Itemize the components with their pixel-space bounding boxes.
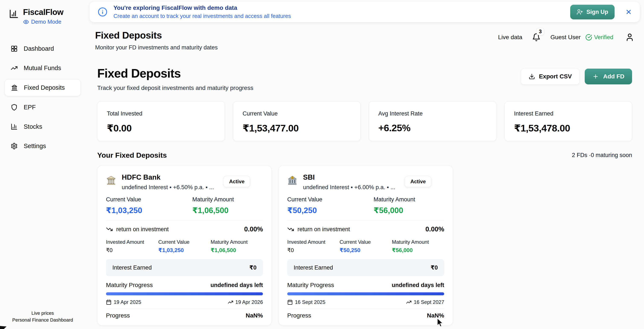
maturity-amount-small: ₹1,06,500 <box>211 247 263 254</box>
progress-label: Progress <box>287 312 311 319</box>
sidebar-item-mutual-funds[interactable]: Mutual Funds <box>5 60 80 76</box>
progress-label: Progress <box>106 312 130 319</box>
demo-data-banner: You're exploring FiscalFlow with demo da… <box>90 2 640 22</box>
sidebar-item-label: Stocks <box>24 123 42 130</box>
bar-chart-icon <box>11 123 18 130</box>
user-plus-icon <box>576 9 583 15</box>
stat-card-interest-earned: Interest Earned ₹1,53,478.00 <box>504 101 632 141</box>
section-title: Fixed Deposits <box>97 66 253 80</box>
stat-value: +6.25% <box>378 122 487 134</box>
interest-earned-value: ₹0 <box>430 264 438 271</box>
sign-up-button[interactable]: Sign Up <box>570 5 614 19</box>
banner-subtitle: Create an account to track your real inv… <box>114 13 291 19</box>
maturity-amount: ₹1,06,500 <box>192 206 263 215</box>
svg-text:$: $ <box>292 177 293 179</box>
sidebar-item-label: Dashboard <box>24 45 54 52</box>
interest-earned-box: Interest Earned ₹0 <box>106 259 263 276</box>
deposits-header: Your Fixed Deposits 2 FDs ·0 maturing so… <box>90 151 640 159</box>
fd-cards-row: HDFC Bank undefined Interest • +6.50% p.… <box>90 165 640 326</box>
current-value-label: Current Value <box>106 196 192 203</box>
eye-icon <box>23 19 29 25</box>
maturity-amount-label: Maturity Amount <box>211 239 263 245</box>
stat-value: ₹1,53,477.00 <box>243 122 351 134</box>
sidebar-item-dashboard[interactable]: Dashboard <box>5 40 80 57</box>
sidebar-item-stocks[interactable]: Stocks <box>5 118 80 135</box>
stats-row: Total Invested ₹0.00 Current Value ₹1,53… <box>90 101 640 141</box>
stat-label: Avg Interest Rate <box>378 110 487 117</box>
stat-value: ₹1,53,478.00 <box>514 122 623 134</box>
stat-card-total-invested: Total Invested ₹0.00 <box>97 101 225 141</box>
roi-label: return on investment <box>298 226 350 233</box>
info-icon <box>98 7 108 17</box>
stat-card-current-value: Current Value ₹1,53,477.00 <box>233 101 361 141</box>
stat-card-avg-interest: Avg Interest Rate +6.25% <box>369 101 496 141</box>
notification-count-badge: 3 <box>536 28 544 35</box>
start-date: 16 Sept 2025 <box>295 299 326 305</box>
section-subtitle: Track your fixed deposit investments and… <box>97 85 253 91</box>
status-badge: Active <box>223 176 250 187</box>
close-icon[interactable] <box>625 8 632 15</box>
banner-title: You're exploring FiscalFlow with demo da… <box>114 4 291 11</box>
check-circle-icon <box>585 34 592 41</box>
stat-value: ₹0.00 <box>107 122 216 134</box>
fd-card-hdfc: HDFC Bank undefined Interest • +6.50% p.… <box>97 165 272 326</box>
trending-down-icon <box>287 226 294 233</box>
start-date: 19 Apr 2025 <box>114 299 141 305</box>
interest-earned-label: Interest Earned <box>294 265 333 271</box>
dashboard-footer-label: Personal Finance Dashboard <box>5 317 80 324</box>
bank-name: SBI <box>303 173 395 181</box>
export-csv-label: Export CSV <box>539 73 572 80</box>
trending-up-icon <box>228 299 233 305</box>
section-header: Fixed Deposits Track your fixed deposit … <box>90 66 640 91</box>
deposits-summary: 2 FDs ·0 maturing soon <box>572 152 632 159</box>
live-prices-label: Live prices <box>5 310 80 317</box>
demo-mode-label: Demo Mode <box>31 18 62 25</box>
sidebar-item-fixed-deposits[interactable]: Fixed Deposits <box>5 79 80 96</box>
user-avatar-icon[interactable] <box>625 33 634 42</box>
maturity-amount-small: ₹56,000 <box>392 247 444 254</box>
sidebar-item-settings[interactable]: Settings <box>5 138 80 154</box>
plus-icon <box>592 73 599 80</box>
classical-building-emoji <box>106 175 116 186</box>
maturity-progress-label: Maturity Progress <box>287 282 334 289</box>
interest-earned-label: Interest Earned <box>112 265 152 271</box>
roi-value: 0.00% <box>244 225 263 233</box>
notifications-button[interactable]: 3 <box>532 33 540 41</box>
bank-landmark-icon <box>11 84 18 91</box>
stat-label: Current Value <box>243 110 351 117</box>
invested-amount-label: Invested Amount <box>106 239 158 245</box>
current-value-label: Current Value <box>340 239 392 245</box>
interest-earned-box: Interest Earned ₹0 <box>287 259 444 276</box>
status-badge: Active <box>404 176 432 187</box>
add-fd-label: Add FD <box>603 73 624 80</box>
sidebar-item-label: Mutual Funds <box>24 64 61 72</box>
main-content: You're exploring FiscalFlow with demo da… <box>85 0 644 329</box>
verified-label: Verified <box>594 34 613 41</box>
user-info: Guest User Verified <box>550 34 613 41</box>
stat-label: Total Invested <box>107 110 216 117</box>
add-fd-button[interactable]: Add FD <box>585 69 632 84</box>
fd-meta: undefined Interest • +6.50% p.a. • ... <box>122 184 214 191</box>
page-subtitle: Monitor your FD investments and maturity… <box>95 44 218 51</box>
sidebar-item-label: Settings <box>24 143 46 150</box>
maturity-amount: ₹56,000 <box>374 206 444 215</box>
shield-icon <box>11 104 18 111</box>
maturity-date: 19 Apr 2026 <box>236 299 263 305</box>
invested-amount: ₹0 <box>106 247 158 254</box>
fd-card-sbi: $ SBI undefined Interest • +6.00% p.a. •… <box>278 165 453 326</box>
days-left: undefined days left <box>210 282 263 289</box>
gear-icon <box>11 143 18 150</box>
bank-name: HDFC Bank <box>122 173 214 181</box>
bank-emoji: $ <box>287 175 298 186</box>
current-value-label: Current Value <box>158 239 210 245</box>
fd-meta: undefined Interest • +6.00% p.a. • ... <box>303 184 395 191</box>
calendar-icon <box>106 299 112 305</box>
calendar-icon <box>287 299 293 305</box>
stat-label: Interest Earned <box>514 110 623 117</box>
deposits-title: Your Fixed Deposits <box>97 151 167 159</box>
app-title: FiscalFlow <box>23 8 63 17</box>
export-csv-button[interactable]: Export CSV <box>521 68 580 85</box>
maturity-progress-label: Maturity Progress <box>106 282 153 289</box>
dashboard-icon <box>11 45 18 52</box>
sidebar-item-epf[interactable]: EPF <box>5 99 80 115</box>
